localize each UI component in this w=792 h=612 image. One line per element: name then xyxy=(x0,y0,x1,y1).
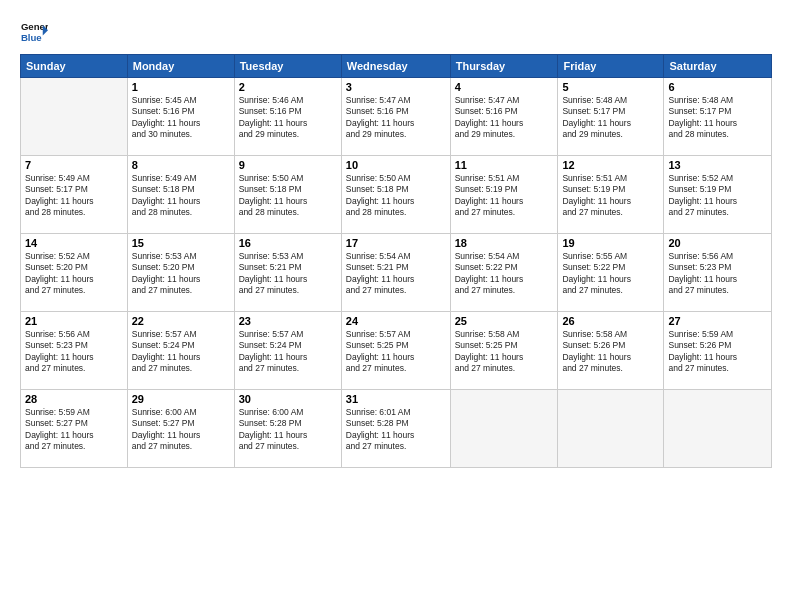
day-info: Sunrise: 5:54 AMSunset: 5:21 PMDaylight:… xyxy=(346,251,446,297)
calendar-cell: 14Sunrise: 5:52 AMSunset: 5:20 PMDayligh… xyxy=(21,234,128,312)
page-header: General Blue xyxy=(20,18,772,46)
calendar-cell: 7Sunrise: 5:49 AMSunset: 5:17 PMDaylight… xyxy=(21,156,128,234)
day-info: Sunrise: 6:00 AMSunset: 5:28 PMDaylight:… xyxy=(239,407,337,453)
week-row: 1Sunrise: 5:45 AMSunset: 5:16 PMDaylight… xyxy=(21,78,772,156)
day-info: Sunrise: 5:49 AMSunset: 5:17 PMDaylight:… xyxy=(25,173,123,219)
calendar-cell: 12Sunrise: 5:51 AMSunset: 5:19 PMDayligh… xyxy=(558,156,664,234)
calendar-cell: 21Sunrise: 5:56 AMSunset: 5:23 PMDayligh… xyxy=(21,312,128,390)
calendar-cell: 15Sunrise: 5:53 AMSunset: 5:20 PMDayligh… xyxy=(127,234,234,312)
day-info: Sunrise: 5:50 AMSunset: 5:18 PMDaylight:… xyxy=(346,173,446,219)
day-info: Sunrise: 5:48 AMSunset: 5:17 PMDaylight:… xyxy=(668,95,767,141)
day-info: Sunrise: 5:57 AMSunset: 5:24 PMDaylight:… xyxy=(239,329,337,375)
day-number: 23 xyxy=(239,315,337,327)
day-info: Sunrise: 5:49 AMSunset: 5:18 PMDaylight:… xyxy=(132,173,230,219)
calendar-table: SundayMondayTuesdayWednesdayThursdayFrid… xyxy=(20,54,772,468)
weekday-header-cell: Saturday xyxy=(664,55,772,78)
day-number: 15 xyxy=(132,237,230,249)
day-info: Sunrise: 5:55 AMSunset: 5:22 PMDaylight:… xyxy=(562,251,659,297)
day-info: Sunrise: 5:59 AMSunset: 5:26 PMDaylight:… xyxy=(668,329,767,375)
calendar-cell: 23Sunrise: 5:57 AMSunset: 5:24 PMDayligh… xyxy=(234,312,341,390)
calendar-page: General Blue SundayMondayTuesdayWednesda… xyxy=(0,0,792,612)
day-info: Sunrise: 6:01 AMSunset: 5:28 PMDaylight:… xyxy=(346,407,446,453)
weekday-header-row: SundayMondayTuesdayWednesdayThursdayFrid… xyxy=(21,55,772,78)
day-number: 2 xyxy=(239,81,337,93)
day-number: 18 xyxy=(455,237,554,249)
logo: General Blue xyxy=(20,18,48,46)
calendar-cell: 20Sunrise: 5:56 AMSunset: 5:23 PMDayligh… xyxy=(664,234,772,312)
day-info: Sunrise: 5:58 AMSunset: 5:26 PMDaylight:… xyxy=(562,329,659,375)
day-info: Sunrise: 5:57 AMSunset: 5:25 PMDaylight:… xyxy=(346,329,446,375)
week-row: 28Sunrise: 5:59 AMSunset: 5:27 PMDayligh… xyxy=(21,390,772,468)
day-number: 27 xyxy=(668,315,767,327)
svg-text:Blue: Blue xyxy=(21,32,42,43)
calendar-cell: 29Sunrise: 6:00 AMSunset: 5:27 PMDayligh… xyxy=(127,390,234,468)
week-row: 14Sunrise: 5:52 AMSunset: 5:20 PMDayligh… xyxy=(21,234,772,312)
week-row: 21Sunrise: 5:56 AMSunset: 5:23 PMDayligh… xyxy=(21,312,772,390)
day-number: 16 xyxy=(239,237,337,249)
calendar-cell: 31Sunrise: 6:01 AMSunset: 5:28 PMDayligh… xyxy=(341,390,450,468)
calendar-cell: 28Sunrise: 5:59 AMSunset: 5:27 PMDayligh… xyxy=(21,390,128,468)
day-number: 25 xyxy=(455,315,554,327)
day-number: 17 xyxy=(346,237,446,249)
weekday-header-cell: Tuesday xyxy=(234,55,341,78)
calendar-cell: 26Sunrise: 5:58 AMSunset: 5:26 PMDayligh… xyxy=(558,312,664,390)
calendar-cell xyxy=(558,390,664,468)
weekday-header-cell: Wednesday xyxy=(341,55,450,78)
calendar-cell: 22Sunrise: 5:57 AMSunset: 5:24 PMDayligh… xyxy=(127,312,234,390)
day-info: Sunrise: 5:57 AMSunset: 5:24 PMDaylight:… xyxy=(132,329,230,375)
calendar-cell: 2Sunrise: 5:46 AMSunset: 5:16 PMDaylight… xyxy=(234,78,341,156)
day-info: Sunrise: 5:47 AMSunset: 5:16 PMDaylight:… xyxy=(346,95,446,141)
day-number: 26 xyxy=(562,315,659,327)
day-info: Sunrise: 5:54 AMSunset: 5:22 PMDaylight:… xyxy=(455,251,554,297)
day-number: 3 xyxy=(346,81,446,93)
day-info: Sunrise: 5:56 AMSunset: 5:23 PMDaylight:… xyxy=(668,251,767,297)
day-info: Sunrise: 5:51 AMSunset: 5:19 PMDaylight:… xyxy=(455,173,554,219)
day-info: Sunrise: 5:46 AMSunset: 5:16 PMDaylight:… xyxy=(239,95,337,141)
day-info: Sunrise: 5:53 AMSunset: 5:21 PMDaylight:… xyxy=(239,251,337,297)
weekday-header-cell: Thursday xyxy=(450,55,558,78)
calendar-cell: 6Sunrise: 5:48 AMSunset: 5:17 PMDaylight… xyxy=(664,78,772,156)
calendar-cell: 13Sunrise: 5:52 AMSunset: 5:19 PMDayligh… xyxy=(664,156,772,234)
day-info: Sunrise: 5:47 AMSunset: 5:16 PMDaylight:… xyxy=(455,95,554,141)
calendar-cell: 16Sunrise: 5:53 AMSunset: 5:21 PMDayligh… xyxy=(234,234,341,312)
day-number: 8 xyxy=(132,159,230,171)
calendar-cell xyxy=(21,78,128,156)
day-number: 29 xyxy=(132,393,230,405)
calendar-cell xyxy=(664,390,772,468)
day-number: 30 xyxy=(239,393,337,405)
day-info: Sunrise: 5:51 AMSunset: 5:19 PMDaylight:… xyxy=(562,173,659,219)
day-number: 6 xyxy=(668,81,767,93)
day-info: Sunrise: 5:50 AMSunset: 5:18 PMDaylight:… xyxy=(239,173,337,219)
weekday-header-cell: Sunday xyxy=(21,55,128,78)
day-info: Sunrise: 5:59 AMSunset: 5:27 PMDaylight:… xyxy=(25,407,123,453)
calendar-cell: 4Sunrise: 5:47 AMSunset: 5:16 PMDaylight… xyxy=(450,78,558,156)
calendar-cell: 1Sunrise: 5:45 AMSunset: 5:16 PMDaylight… xyxy=(127,78,234,156)
calendar-cell: 24Sunrise: 5:57 AMSunset: 5:25 PMDayligh… xyxy=(341,312,450,390)
day-info: Sunrise: 5:45 AMSunset: 5:16 PMDaylight:… xyxy=(132,95,230,141)
day-number: 19 xyxy=(562,237,659,249)
calendar-cell: 3Sunrise: 5:47 AMSunset: 5:16 PMDaylight… xyxy=(341,78,450,156)
day-number: 12 xyxy=(562,159,659,171)
day-info: Sunrise: 5:53 AMSunset: 5:20 PMDaylight:… xyxy=(132,251,230,297)
day-number: 11 xyxy=(455,159,554,171)
day-info: Sunrise: 5:52 AMSunset: 5:19 PMDaylight:… xyxy=(668,173,767,219)
calendar-cell: 30Sunrise: 6:00 AMSunset: 5:28 PMDayligh… xyxy=(234,390,341,468)
calendar-cell: 18Sunrise: 5:54 AMSunset: 5:22 PMDayligh… xyxy=(450,234,558,312)
day-number: 5 xyxy=(562,81,659,93)
calendar-cell xyxy=(450,390,558,468)
calendar-cell: 27Sunrise: 5:59 AMSunset: 5:26 PMDayligh… xyxy=(664,312,772,390)
day-number: 24 xyxy=(346,315,446,327)
day-number: 9 xyxy=(239,159,337,171)
day-number: 14 xyxy=(25,237,123,249)
calendar-cell: 5Sunrise: 5:48 AMSunset: 5:17 PMDaylight… xyxy=(558,78,664,156)
calendar-cell: 17Sunrise: 5:54 AMSunset: 5:21 PMDayligh… xyxy=(341,234,450,312)
day-info: Sunrise: 5:48 AMSunset: 5:17 PMDaylight:… xyxy=(562,95,659,141)
weekday-header-cell: Monday xyxy=(127,55,234,78)
calendar-cell: 11Sunrise: 5:51 AMSunset: 5:19 PMDayligh… xyxy=(450,156,558,234)
day-number: 1 xyxy=(132,81,230,93)
calendar-cell: 8Sunrise: 5:49 AMSunset: 5:18 PMDaylight… xyxy=(127,156,234,234)
day-info: Sunrise: 5:56 AMSunset: 5:23 PMDaylight:… xyxy=(25,329,123,375)
day-number: 31 xyxy=(346,393,446,405)
week-row: 7Sunrise: 5:49 AMSunset: 5:17 PMDaylight… xyxy=(21,156,772,234)
calendar-cell: 10Sunrise: 5:50 AMSunset: 5:18 PMDayligh… xyxy=(341,156,450,234)
